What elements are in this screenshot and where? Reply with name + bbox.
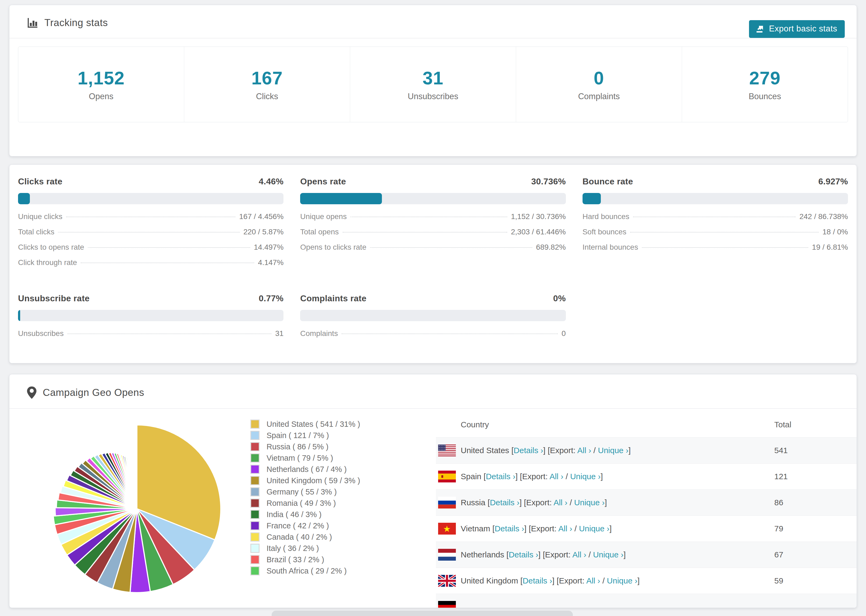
rate-detail-rows: Unique clicks167 / 4.456%Total clicks220… <box>18 212 283 273</box>
rate-title: Complaints rate <box>300 294 366 303</box>
rate-block-header: Clicks rate4.46% <box>18 177 283 187</box>
geo-opens-header: Campaign Geo Opens <box>9 374 857 409</box>
country-name: United Kingdom <box>461 576 520 585</box>
stat-label: Complaints <box>578 92 620 101</box>
legend-label: France ( 42 / 2% ) <box>266 522 329 530</box>
legend-label: India ( 46 / 3% ) <box>266 510 322 519</box>
total-cell: 541 <box>774 446 857 455</box>
dotted-leader <box>68 333 272 334</box>
geo-table-header: Country Total <box>436 413 857 437</box>
export-unique-link[interactable]: Unique › <box>574 498 605 507</box>
details-link[interactable]: Details › <box>514 446 543 455</box>
export-button-label: Export basic stats <box>769 24 837 34</box>
geo-table-row <box>436 594 857 608</box>
stat-box-clicks: 167Clicks <box>184 47 350 122</box>
rate-block-complaints-rate: Complaints rate0%Complaints0 <box>300 294 565 344</box>
bracket: ] <box>624 550 625 559</box>
legend-label: United Kingdom ( 59 / 3% ) <box>266 476 360 485</box>
details-link[interactable]: Details › <box>486 472 515 481</box>
dotted-leader <box>370 247 532 248</box>
legend-color-swatch <box>250 544 260 553</box>
rate-detail-row: Total opens2,303 / 61.446% <box>300 228 565 243</box>
export-basic-stats-button[interactable]: Export basic stats <box>749 20 845 38</box>
bracket: ] [Export: <box>543 446 578 455</box>
export-all-link[interactable]: All › <box>578 446 591 455</box>
details-link[interactable]: Details › <box>494 524 524 533</box>
geo-opens-pie-chart <box>43 415 231 603</box>
details-link[interactable]: Details › <box>509 550 538 559</box>
legend-item-india: India ( 46 / 3% ) <box>250 509 401 520</box>
geo-opens-table: Country Total United States [Details ›] … <box>436 413 857 608</box>
rate-block-header: Opens rate30.736% <box>300 177 565 187</box>
export-unique-link[interactable]: Unique › <box>598 446 628 455</box>
legend-label: Italy ( 36 / 2% ) <box>266 544 319 553</box>
legend-color-swatch <box>250 555 260 564</box>
geo-table-row: Vietnam [Details ›] [Export: All › / Uni… <box>436 515 857 542</box>
export-all-link[interactable]: All › <box>550 472 564 481</box>
export-all-link[interactable]: All › <box>586 576 600 585</box>
tracking-stats-header: Tracking stats Export basic stats <box>9 5 857 38</box>
legend-label: South Africa ( 29 / 2% ) <box>266 567 347 575</box>
stat-value: 1,152 <box>77 68 124 88</box>
export-icon <box>756 24 765 33</box>
export-all-link[interactable]: All › <box>553 498 567 507</box>
rate-row-value: 0 <box>562 329 566 338</box>
rate-block-header: Bounce rate6.927% <box>583 177 848 187</box>
tracking-stats-title: Tracking stats <box>44 17 108 28</box>
rate-title: Bounce rate <box>583 177 633 187</box>
link-separator: / <box>591 446 598 455</box>
geo-table-row: Netherlands [Details ›] [Export: All › /… <box>436 542 857 567</box>
rate-block-header: Complaints rate0% <box>300 294 565 303</box>
rate-percentage: 0% <box>553 294 566 303</box>
rate-row-label: Internal bounces <box>583 243 638 251</box>
rate-percentage: 6.927% <box>819 177 848 187</box>
legend-color-swatch <box>250 521 260 530</box>
rate-row-value: 689.82% <box>536 243 566 251</box>
legend-item-united-kingdom: United Kingdom ( 59 / 3% ) <box>250 475 401 486</box>
flag-es-icon <box>438 471 456 482</box>
tracking-stats-card: Tracking stats Export basic stats 1,152O… <box>9 5 857 156</box>
country-name: Russia <box>461 498 488 507</box>
progress-bar <box>583 193 848 204</box>
dotted-leader <box>66 217 235 217</box>
legend-color-swatch <box>250 498 260 508</box>
legend-color-swatch <box>250 453 260 462</box>
bracket: ] [Export: <box>552 576 586 585</box>
bracket: [ <box>520 576 523 585</box>
rate-block-opens-rate: Opens rate30.736%Unique opens1,152 / 30.… <box>300 177 565 273</box>
geo-table-row: Spain [Details ›] [Export: All › / Uniqu… <box>436 464 857 489</box>
dotted-leader <box>642 247 808 248</box>
legend-label: Brazil ( 33 / 2% ) <box>266 555 324 564</box>
export-unique-link[interactable]: Unique › <box>579 524 609 533</box>
stat-label: Clicks <box>256 92 279 101</box>
details-link[interactable]: Details › <box>523 576 552 585</box>
country-name: United States <box>461 446 511 455</box>
export-all-link[interactable]: All › <box>572 550 586 559</box>
rate-detail-row: Unsubscribes31 <box>18 329 283 344</box>
dotted-leader <box>350 217 507 217</box>
rate-detail-rows: Unsubscribes31 <box>18 329 283 344</box>
progress-bar-fill <box>18 193 30 204</box>
bracket: ] <box>605 498 607 507</box>
rate-percentage: 4.46% <box>259 177 283 187</box>
export-unique-link[interactable]: Unique › <box>593 550 624 559</box>
stat-box-unsubscribes: 31Unsubscribes <box>350 47 516 122</box>
progress-bar-fill <box>300 193 382 204</box>
bracket: ] [Export: <box>538 550 572 559</box>
link-separator: / <box>572 524 579 533</box>
map-pin-icon <box>27 386 37 399</box>
rate-row-value: 1,152 / 30.736% <box>511 212 566 221</box>
details-link[interactable]: Details › <box>490 498 519 507</box>
rate-detail-rows: Unique opens1,152 / 30.736%Total opens2,… <box>300 212 565 258</box>
stat-value: 167 <box>252 68 283 88</box>
rate-row-label: Unique opens <box>300 212 347 221</box>
legend-item-italy: Italy ( 36 / 2% ) <box>250 543 401 554</box>
export-unique-link[interactable]: Unique › <box>570 472 601 481</box>
link-separator: / <box>600 576 607 585</box>
legend-color-swatch <box>250 476 260 485</box>
rate-title: Opens rate <box>300 177 346 187</box>
export-all-link[interactable]: All › <box>558 524 572 533</box>
geo-table-row: United States [Details ›] [Export: All ›… <box>436 437 857 464</box>
export-unique-link[interactable]: Unique › <box>607 576 638 585</box>
rate-detail-rows: Hard bounces242 / 86.738%Soft bounces18 … <box>583 212 848 258</box>
